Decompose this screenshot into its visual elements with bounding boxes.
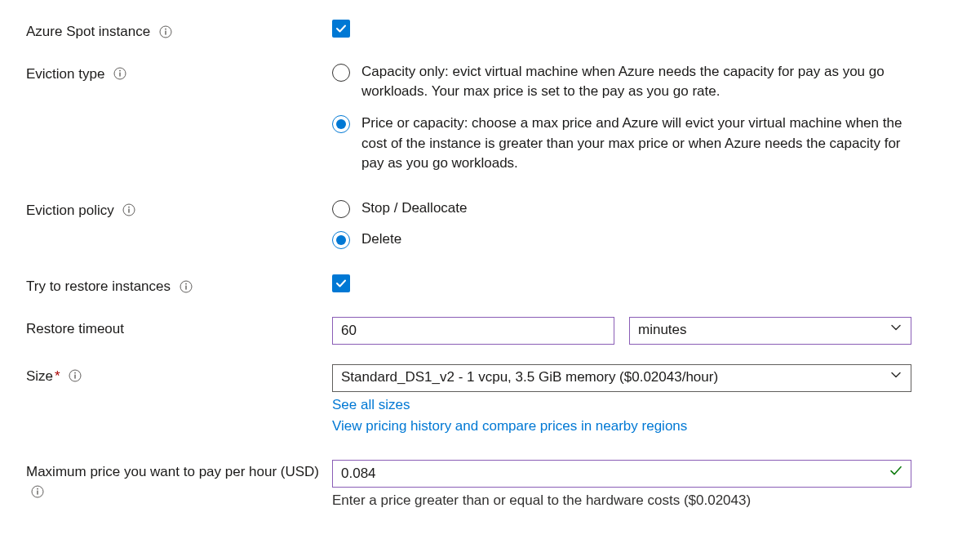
chevron-down-icon xyxy=(889,320,902,341)
eviction-type-label: Eviction type xyxy=(26,62,332,85)
svg-rect-8 xyxy=(129,209,130,213)
info-icon[interactable] xyxy=(122,203,135,216)
select-value: Standard_DS1_v2 - 1 vcpu, 3.5 GiB memory… xyxy=(341,368,718,388)
svg-point-4 xyxy=(119,70,121,72)
select-value: minutes xyxy=(638,320,687,341)
radio-label: Capacity only: evict virtual machine whe… xyxy=(361,62,916,102)
max-price-helper: Enter a price greater than or equal to t… xyxy=(332,491,954,511)
eviction-type-capacity-only[interactable]: Capacity only: evict virtual machine whe… xyxy=(332,62,954,102)
restore-instances-checkbox[interactable] xyxy=(332,274,350,292)
info-icon[interactable] xyxy=(180,280,193,293)
spot-instance-label: Azure Spot instance xyxy=(26,20,332,42)
chevron-down-icon xyxy=(889,368,902,388)
radio-label: Price or capacity: choose a max price an… xyxy=(361,114,916,174)
svg-point-13 xyxy=(75,372,77,374)
max-price-label: Maximum price you want to pay per hour (… xyxy=(26,460,332,502)
size-select[interactable]: Standard_DS1_v2 - 1 vcpu, 3.5 GiB memory… xyxy=(332,364,911,392)
info-icon[interactable] xyxy=(113,67,126,80)
see-all-sizes-link[interactable]: See all sizes xyxy=(332,395,954,416)
max-price-input[interactable] xyxy=(332,460,911,488)
restore-timeout-input[interactable] xyxy=(332,317,614,345)
info-icon[interactable] xyxy=(159,25,172,38)
restore-timeout-label: Restore timeout xyxy=(26,317,332,340)
restore-instances-label: Try to restore instances xyxy=(26,274,332,297)
restore-timeout-unit-select[interactable]: minutes xyxy=(629,317,911,345)
svg-rect-5 xyxy=(119,73,120,77)
spot-instance-checkbox[interactable] xyxy=(332,20,350,38)
svg-point-16 xyxy=(37,488,38,490)
size-label: Size* xyxy=(26,364,332,387)
radio-icon xyxy=(332,64,350,82)
info-icon[interactable] xyxy=(31,485,44,498)
eviction-type-price-or-capacity[interactable]: Price or capacity: choose a max price an… xyxy=(332,114,954,174)
svg-point-7 xyxy=(129,207,131,208)
svg-point-10 xyxy=(185,283,187,284)
radio-icon xyxy=(332,115,350,133)
eviction-policy-delete[interactable]: Delete xyxy=(332,229,954,250)
svg-rect-11 xyxy=(185,285,186,289)
radio-label: Stop / Deallocate xyxy=(361,198,467,219)
radio-label: Delete xyxy=(361,229,401,250)
svg-rect-14 xyxy=(75,375,76,379)
radio-icon xyxy=(332,200,350,218)
view-pricing-history-link[interactable]: View pricing history and compare prices … xyxy=(332,417,954,437)
radio-icon xyxy=(332,231,350,249)
eviction-policy-label: Eviction policy xyxy=(26,198,332,221)
eviction-policy-stop-deallocate[interactable]: Stop / Deallocate xyxy=(332,198,954,219)
info-icon[interactable] xyxy=(69,369,82,382)
svg-rect-2 xyxy=(165,30,166,34)
svg-rect-17 xyxy=(37,491,38,495)
svg-point-1 xyxy=(165,28,166,29)
